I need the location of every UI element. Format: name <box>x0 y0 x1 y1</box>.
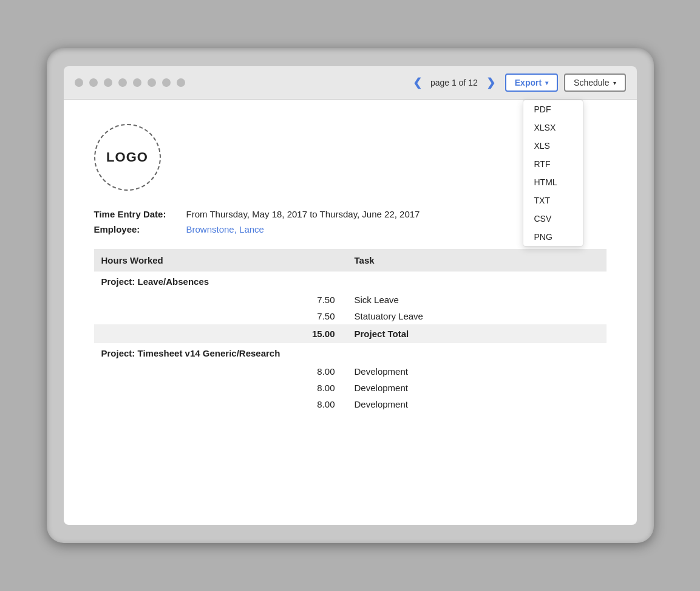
project-header-leave: Project: Leave/Absences <box>94 272 607 292</box>
project-header-timesheet: Project: Timesheet v14 Generic/Research <box>94 343 607 363</box>
export-button[interactable]: Export ▾ <box>505 73 558 92</box>
project-label-leave: Project: Leave/Absences <box>94 272 607 292</box>
toolbar-dot <box>162 78 171 87</box>
export-dropdown: PDF XLSX XLS RTF HTML TXT CSV PNG <box>523 100 583 247</box>
col-hours-worked: Hours Worked <box>94 249 347 272</box>
table-row: 7.50 Sick Leave <box>94 292 607 308</box>
table-row: 8.00 Development <box>94 363 607 380</box>
export-txt[interactable]: TXT <box>523 191 583 210</box>
hours-cell: 7.50 <box>94 292 347 308</box>
project-label-timesheet: Project: Timesheet v14 Generic/Research <box>94 343 607 363</box>
col-task: Task <box>347 249 607 272</box>
employee-label: Employee: <box>94 224 179 234</box>
export-csv[interactable]: CSV <box>523 210 583 228</box>
date-label: Time Entry Date: <box>94 209 179 219</box>
export-png[interactable]: PNG <box>523 228 583 246</box>
task-cell: Statuatory Leave <box>347 308 607 324</box>
table-row: 8.00 Development <box>94 380 607 396</box>
export-xls[interactable]: XLS <box>523 137 583 155</box>
table-header-row: Hours Worked Task <box>94 249 607 272</box>
employee-value[interactable]: Brownstone, Lance <box>186 224 264 234</box>
next-page-button[interactable]: ❯ <box>483 75 499 91</box>
task-cell: Development <box>347 396 607 412</box>
hours-cell: 8.00 <box>94 380 347 396</box>
table-row: 8.00 Development <box>94 396 607 412</box>
date-value: From Thursday, May 18, 2017 to Thursday,… <box>186 209 420 219</box>
hours-cell: 7.50 <box>94 308 347 324</box>
pagination-text: page 1 of 12 <box>430 78 478 87</box>
schedule-arrow-icon: ▾ <box>613 80 616 86</box>
toolbar-dot <box>75 78 83 87</box>
project-total-row-leave: 15.00 Project Total <box>94 324 607 343</box>
toolbar-wrapper: ❮ page 1 of 12 ❯ Export ▾ Schedule ▾ PDF… <box>64 66 637 100</box>
project-total-hours-leave: 15.00 <box>94 324 347 343</box>
hours-cell: 8.00 <box>94 363 347 380</box>
toolbar-dot <box>177 78 185 87</box>
toolbar-dot <box>118 78 127 87</box>
logo: LOGO <box>94 124 161 191</box>
toolbar: ❮ page 1 of 12 ❯ Export ▾ Schedule ▾ <box>64 66 637 100</box>
table-row: 7.50 Statuatory Leave <box>94 308 607 324</box>
prev-page-button[interactable]: ❮ <box>409 75 426 91</box>
task-cell: Development <box>347 380 607 396</box>
export-pdf[interactable]: PDF <box>523 100 583 118</box>
device-frame: ❮ page 1 of 12 ❯ Export ▾ Schedule ▾ PDF… <box>47 48 654 543</box>
schedule-button[interactable]: Schedule ▾ <box>564 73 625 92</box>
export-label: Export <box>515 78 542 87</box>
toolbar-dot <box>148 78 156 87</box>
toolbar-dot <box>133 78 141 87</box>
export-html[interactable]: HTML <box>523 173 583 191</box>
export-arrow-icon: ▾ <box>545 80 548 86</box>
toolbar-dots <box>75 78 403 87</box>
toolbar-dot <box>89 78 98 87</box>
report-table: Hours Worked Task Project: Leave/Absence… <box>94 249 607 412</box>
task-cell: Development <box>347 363 607 380</box>
task-cell: Sick Leave <box>347 292 607 308</box>
schedule-label: Schedule <box>574 78 609 87</box>
export-xlsx[interactable]: XLSX <box>523 118 583 137</box>
logo-text: LOGO <box>106 149 148 165</box>
project-total-label-leave: Project Total <box>347 324 607 343</box>
pagination-area: ❮ page 1 of 12 ❯ <box>409 75 499 91</box>
export-rtf[interactable]: RTF <box>523 155 583 173</box>
toolbar-dot <box>104 78 112 87</box>
hours-cell: 8.00 <box>94 396 347 412</box>
